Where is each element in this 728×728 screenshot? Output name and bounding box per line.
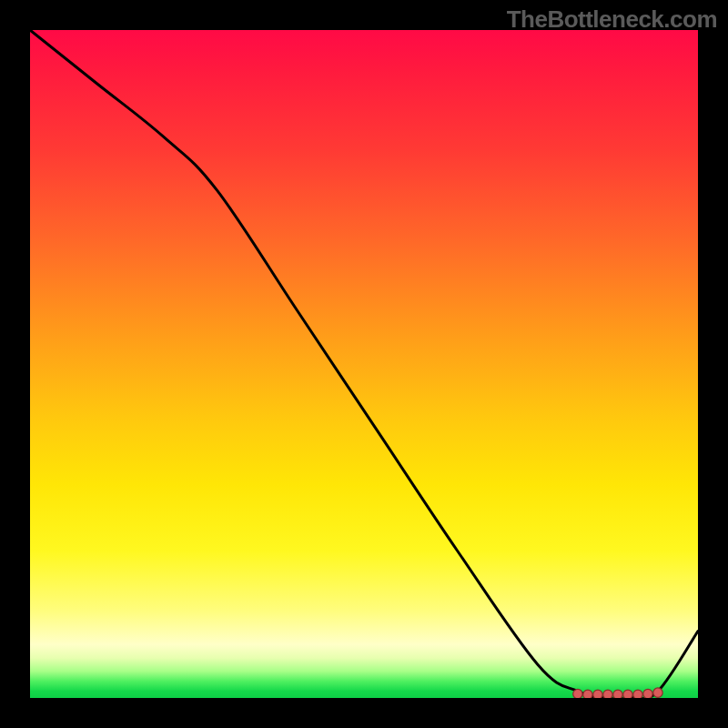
marker-dot [573, 689, 582, 698]
marker-dot [613, 690, 622, 698]
series-curve [30, 30, 698, 698]
marker-dot [643, 689, 652, 698]
marker-dot [593, 690, 602, 698]
marker-dot [623, 690, 632, 698]
marker-dot [603, 690, 612, 698]
plot-area [30, 30, 698, 698]
marker-dot [633, 690, 642, 698]
marker-dot [583, 690, 592, 698]
marker-dot [653, 688, 662, 697]
curve-svg [30, 30, 698, 698]
chart-frame: TheBottleneck.com [0, 0, 728, 728]
